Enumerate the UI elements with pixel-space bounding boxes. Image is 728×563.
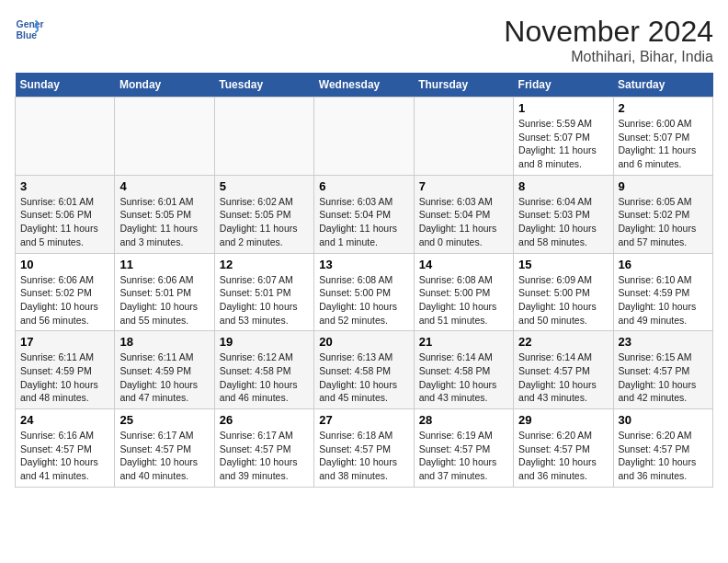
svg-text:General: General xyxy=(17,19,44,29)
calendar-cell: 5Sunrise: 6:02 AM Sunset: 5:05 PM Daylig… xyxy=(214,175,313,253)
day-info: Sunrise: 6:11 AM Sunset: 4:59 PM Dayligh… xyxy=(20,350,109,405)
day-number: 9 xyxy=(619,179,708,193)
day-number: 5 xyxy=(220,179,309,193)
weekday-header-sunday: Sunday xyxy=(16,73,115,98)
day-info: Sunrise: 6:16 AM Sunset: 4:57 PM Dayligh… xyxy=(20,429,109,483)
calendar-cell: 6Sunrise: 6:03 AM Sunset: 5:04 PM Daylig… xyxy=(314,175,414,253)
day-number: 28 xyxy=(419,413,508,427)
calendar-cell: 9Sunrise: 6:05 AM Sunset: 5:02 PM Daylig… xyxy=(613,175,712,253)
day-number: 13 xyxy=(319,258,408,271)
day-info: Sunrise: 6:02 AM Sunset: 5:05 PM Dayligh… xyxy=(220,195,309,249)
day-number: 24 xyxy=(20,413,109,427)
day-number: 22 xyxy=(518,335,608,349)
day-number: 23 xyxy=(619,335,708,349)
day-info: Sunrise: 6:18 AM Sunset: 4:57 PM Dayligh… xyxy=(319,429,408,483)
calendar-cell: 25Sunrise: 6:17 AM Sunset: 4:57 PM Dayli… xyxy=(115,409,214,488)
calendar-cell: 8Sunrise: 6:04 AM Sunset: 5:03 PM Daylig… xyxy=(514,175,613,253)
day-info: Sunrise: 6:20 AM Sunset: 4:57 PM Dayligh… xyxy=(518,429,608,483)
day-number: 19 xyxy=(220,335,309,349)
day-info: Sunrise: 6:06 AM Sunset: 5:01 PM Dayligh… xyxy=(119,273,209,327)
day-number: 17 xyxy=(20,335,109,349)
day-number: 7 xyxy=(419,179,508,193)
calendar-cell: 11Sunrise: 6:06 AM Sunset: 5:01 PM Dayli… xyxy=(115,253,214,331)
day-info: Sunrise: 6:20 AM Sunset: 4:57 PM Dayligh… xyxy=(619,429,708,483)
calendar-cell: 24Sunrise: 6:16 AM Sunset: 4:57 PM Dayli… xyxy=(16,409,115,488)
calendar-cell: 15Sunrise: 6:09 AM Sunset: 5:00 PM Dayli… xyxy=(514,253,613,331)
day-number: 16 xyxy=(619,258,708,271)
weekday-header-friday: Friday xyxy=(514,73,613,98)
weekday-header-tuesday: Tuesday xyxy=(214,73,313,98)
day-number: 27 xyxy=(319,413,408,427)
title-area: November 2024 Mothihari, Bihar, India xyxy=(504,15,713,65)
day-info: Sunrise: 6:06 AM Sunset: 5:02 PM Dayligh… xyxy=(20,273,109,327)
calendar-table: SundayMondayTuesdayWednesdayThursdayFrid… xyxy=(15,73,713,488)
day-number: 14 xyxy=(419,258,508,271)
day-number: 25 xyxy=(119,413,209,427)
calendar-cell: 12Sunrise: 6:07 AM Sunset: 5:01 PM Dayli… xyxy=(214,253,313,331)
day-number: 15 xyxy=(518,258,608,271)
calendar-cell: 3Sunrise: 6:01 AM Sunset: 5:06 PM Daylig… xyxy=(16,175,115,253)
day-info: Sunrise: 6:05 AM Sunset: 5:02 PM Dayligh… xyxy=(619,195,708,249)
day-info: Sunrise: 6:03 AM Sunset: 5:04 PM Dayligh… xyxy=(419,195,508,249)
day-info: Sunrise: 6:07 AM Sunset: 5:01 PM Dayligh… xyxy=(220,273,309,327)
weekday-header-monday: Monday xyxy=(115,73,214,98)
calendar-week-4: 17Sunrise: 6:11 AM Sunset: 4:59 PM Dayli… xyxy=(16,331,713,409)
day-info: Sunrise: 6:17 AM Sunset: 4:57 PM Dayligh… xyxy=(220,429,309,483)
day-number: 4 xyxy=(119,179,209,193)
day-info: Sunrise: 6:14 AM Sunset: 4:58 PM Dayligh… xyxy=(419,350,508,405)
svg-text:Blue: Blue xyxy=(17,30,38,40)
calendar-cell: 2Sunrise: 6:00 AM Sunset: 5:07 PM Daylig… xyxy=(613,98,712,176)
day-number: 30 xyxy=(619,413,708,427)
calendar-cell: 23Sunrise: 6:15 AM Sunset: 4:57 PM Dayli… xyxy=(613,331,712,409)
calendar-cell: 29Sunrise: 6:20 AM Sunset: 4:57 PM Dayli… xyxy=(514,409,613,488)
calendar-cell: 7Sunrise: 6:03 AM Sunset: 5:04 PM Daylig… xyxy=(414,175,513,253)
day-number: 26 xyxy=(220,413,309,427)
day-info: Sunrise: 6:14 AM Sunset: 4:57 PM Dayligh… xyxy=(518,350,608,405)
calendar-cell: 20Sunrise: 6:13 AM Sunset: 4:58 PM Dayli… xyxy=(314,331,414,409)
calendar-cell: 16Sunrise: 6:10 AM Sunset: 4:59 PM Dayli… xyxy=(613,253,712,331)
day-info: Sunrise: 6:17 AM Sunset: 4:57 PM Dayligh… xyxy=(119,429,209,483)
logo: General Blue xyxy=(15,15,44,44)
day-info: Sunrise: 6:12 AM Sunset: 4:58 PM Dayligh… xyxy=(220,350,309,405)
day-number: 18 xyxy=(119,335,209,349)
calendar-cell: 17Sunrise: 6:11 AM Sunset: 4:59 PM Dayli… xyxy=(16,331,115,409)
calendar-cell xyxy=(115,98,214,176)
day-number: 11 xyxy=(119,258,209,271)
calendar-cell xyxy=(314,98,414,176)
calendar-cell: 27Sunrise: 6:18 AM Sunset: 4:57 PM Dayli… xyxy=(314,409,414,488)
day-info: Sunrise: 6:13 AM Sunset: 4:58 PM Dayligh… xyxy=(319,350,408,405)
day-number: 3 xyxy=(20,179,109,193)
day-info: Sunrise: 6:00 AM Sunset: 5:07 PM Dayligh… xyxy=(619,117,708,171)
calendar-cell: 1Sunrise: 5:59 AM Sunset: 5:07 PM Daylig… xyxy=(514,98,613,176)
calendar-week-2: 3Sunrise: 6:01 AM Sunset: 5:06 PM Daylig… xyxy=(16,175,713,253)
calendar-cell: 14Sunrise: 6:08 AM Sunset: 5:00 PM Dayli… xyxy=(414,253,513,331)
calendar-cell xyxy=(414,98,513,176)
weekday-header-thursday: Thursday xyxy=(414,73,513,98)
calendar-cell: 10Sunrise: 6:06 AM Sunset: 5:02 PM Dayli… xyxy=(16,253,115,331)
month-title: November 2024 xyxy=(504,15,713,49)
calendar-cell: 19Sunrise: 6:12 AM Sunset: 4:58 PM Dayli… xyxy=(214,331,313,409)
logo-icon: General Blue xyxy=(15,15,44,44)
day-info: Sunrise: 6:19 AM Sunset: 4:57 PM Dayligh… xyxy=(419,429,508,483)
day-info: Sunrise: 6:03 AM Sunset: 5:04 PM Dayligh… xyxy=(319,195,408,249)
day-info: Sunrise: 6:11 AM Sunset: 4:59 PM Dayligh… xyxy=(119,350,209,405)
day-number: 21 xyxy=(419,335,508,349)
calendar-cell xyxy=(16,98,115,176)
day-info: Sunrise: 6:01 AM Sunset: 5:05 PM Dayligh… xyxy=(119,195,209,249)
weekday-header-wednesday: Wednesday xyxy=(314,73,414,98)
calendar-cell: 18Sunrise: 6:11 AM Sunset: 4:59 PM Dayli… xyxy=(115,331,214,409)
day-info: Sunrise: 6:08 AM Sunset: 5:00 PM Dayligh… xyxy=(419,273,508,327)
day-info: Sunrise: 6:09 AM Sunset: 5:00 PM Dayligh… xyxy=(518,273,608,327)
day-info: Sunrise: 6:15 AM Sunset: 4:57 PM Dayligh… xyxy=(619,350,708,405)
day-number: 29 xyxy=(518,413,608,427)
calendar-week-3: 10Sunrise: 6:06 AM Sunset: 5:02 PM Dayli… xyxy=(16,253,713,331)
calendar-cell xyxy=(214,98,313,176)
day-number: 12 xyxy=(220,258,309,271)
weekday-header-row: SundayMondayTuesdayWednesdayThursdayFrid… xyxy=(16,73,713,98)
day-info: Sunrise: 6:01 AM Sunset: 5:06 PM Dayligh… xyxy=(20,195,109,249)
day-info: Sunrise: 6:08 AM Sunset: 5:00 PM Dayligh… xyxy=(319,273,408,327)
day-number: 8 xyxy=(518,179,608,193)
calendar-cell: 4Sunrise: 6:01 AM Sunset: 5:05 PM Daylig… xyxy=(115,175,214,253)
day-info: Sunrise: 6:10 AM Sunset: 4:59 PM Dayligh… xyxy=(619,273,708,327)
calendar-week-1: 1Sunrise: 5:59 AM Sunset: 5:07 PM Daylig… xyxy=(16,98,713,176)
